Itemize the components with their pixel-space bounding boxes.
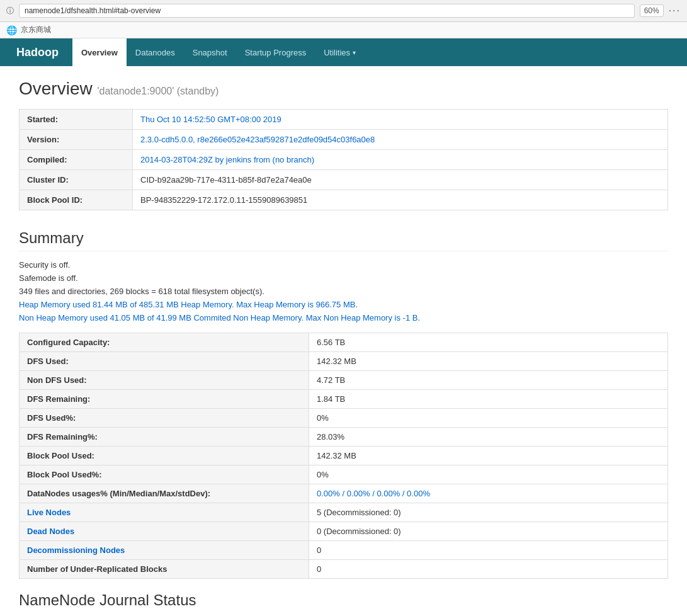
stats-row-decommissioning: Decommissioning Nodes 0	[20, 541, 668, 560]
nav-utilities[interactable]: Utilities ▾	[315, 38, 365, 66]
stats-row: Configured Capacity: 6.56 TB	[20, 333, 668, 352]
stats-row: DFS Remaining%: 28.03%	[20, 428, 668, 447]
info-value: CID-b92aa29b-717e-4311-b85f-8d7e2a74ea0e	[133, 170, 668, 190]
stats-label-under-replicated: Number of Under-Replicated Blocks	[20, 560, 309, 579]
zoom-level: 60%	[640, 4, 664, 17]
page-title: Overview 'datanode1:9000' (standby)	[19, 79, 668, 99]
stats-value-datanodes-usages: 0.00% / 0.00% / 0.00% / 0.00%	[309, 484, 668, 503]
stats-row: Block Pool Used: 142.32 MB	[20, 447, 668, 465]
stats-value: 142.32 MB	[309, 447, 668, 465]
stats-table: Configured Capacity: 6.56 TB DFS Used: 1…	[19, 333, 668, 579]
stats-label-live-nodes[interactable]: Live Nodes	[20, 503, 309, 522]
stats-label: DataNodes usages% (Min/Median/Max/stdDev…	[20, 484, 309, 503]
info-value: 2.3.0-cdh5.0.0, r8e266e052e423af592871e2…	[133, 130, 668, 150]
menu-dots[interactable]: ···	[669, 5, 681, 16]
stats-value: 6.56 TB	[309, 333, 668, 352]
page-content: Overview 'datanode1:9000' (standby) Star…	[0, 66, 687, 616]
nav-snapshot[interactable]: Snapshot	[184, 38, 236, 66]
stats-label: Block Pool Used:	[20, 447, 309, 465]
table-row: Compiled: 2014-03-28T04:29Z by jenkins f…	[20, 150, 668, 170]
info-label: Started:	[20, 110, 133, 130]
stats-row: Block Pool Used%: 0%	[20, 465, 668, 484]
info-value: Thu Oct 10 14:52:50 GMT+08:00 2019	[133, 110, 668, 130]
favorite-label[interactable]: 京东商城	[21, 25, 51, 35]
globe-icon: 🌐	[6, 25, 17, 35]
info-value: 2014-03-28T04:29Z by jenkins from (no br…	[133, 150, 668, 170]
url-bar[interactable]	[19, 4, 635, 18]
stats-label: Non DFS Used:	[20, 371, 309, 390]
stats-value: 0%	[309, 465, 668, 484]
stats-value: 4.72 TB	[309, 371, 668, 390]
stats-value: 142.32 MB	[309, 352, 668, 371]
browser-chrome: ⓘ 60% ···	[0, 0, 687, 22]
summary-text-files: 349 files and directories, 269 blocks = …	[19, 287, 668, 296]
stats-label: Block Pool Used%:	[20, 465, 309, 484]
summary-texts: Security is off. Safemode is off. 349 fi…	[19, 260, 668, 322]
table-row: Cluster ID: CID-b92aa29b-717e-4311-b85f-…	[20, 170, 668, 190]
stats-value-live-nodes: 5 (Decommissioned: 0)	[309, 503, 668, 522]
stats-row: DFS Used%: 0%	[20, 409, 668, 428]
stats-label: DFS Remaining%:	[20, 428, 309, 447]
stats-value-under-replicated: 0	[309, 560, 668, 579]
stats-row: DFS Remaining: 1.84 TB	[20, 390, 668, 409]
stats-value-decommissioning: 0	[309, 541, 668, 560]
table-row: Block Pool ID: BP-948352229-172.172.0.11…	[20, 190, 668, 210]
journal-title: NameNode Journal Status	[19, 591, 668, 609]
nav-overview[interactable]: Overview	[72, 38, 127, 66]
summary-text-security: Security is off.	[19, 260, 668, 270]
stats-row-dead-nodes: Dead Nodes 0 (Decommissioned: 0)	[20, 522, 668, 541]
info-value: BP-948352229-172.172.0.11-1559089639851	[133, 190, 668, 210]
nav-datanodes[interactable]: Datanodes	[127, 38, 184, 66]
utilities-dropdown-arrow: ▾	[353, 49, 356, 56]
favorites-bar: 🌐 京东商城	[0, 22, 687, 38]
stats-row-live-nodes: Live Nodes 5 (Decommissioned: 0)	[20, 503, 668, 522]
stats-value: 0%	[309, 409, 668, 428]
summary-title: Summary	[19, 229, 668, 251]
security-icon: ⓘ	[6, 6, 14, 16]
main-navbar: Hadoop Overview Datanodes Snapshot Start…	[0, 38, 687, 66]
overview-subtitle: 'datanode1:9000' (standby)	[97, 86, 219, 96]
nav-startup-progress[interactable]: Startup Progress	[236, 38, 315, 66]
stats-label: Configured Capacity:	[20, 333, 309, 352]
info-label: Compiled:	[20, 150, 133, 170]
stats-row: DFS Used: 142.32 MB	[20, 352, 668, 371]
stats-label: DFS Used%:	[20, 409, 309, 428]
summary-text-heap: Heap Memory used 81.44 MB of 485.31 MB H…	[19, 300, 668, 309]
stats-row: DataNodes usages% (Min/Median/Max/stdDev…	[20, 484, 668, 503]
brand-logo: Hadoop	[6, 46, 69, 59]
info-table: Started: Thu Oct 10 14:52:50 GMT+08:00 2…	[19, 109, 668, 210]
stats-label: DFS Remaining:	[20, 390, 309, 409]
stats-label-dead-nodes[interactable]: Dead Nodes	[20, 522, 309, 541]
stats-label: DFS Used:	[20, 352, 309, 371]
info-label: Version:	[20, 130, 133, 150]
stats-label-decommissioning[interactable]: Decommissioning Nodes	[20, 541, 309, 560]
info-label: Block Pool ID:	[20, 190, 133, 210]
stats-value-dead-nodes: 0 (Decommissioned: 0)	[309, 522, 668, 541]
stats-value: 28.03%	[309, 428, 668, 447]
stats-row-under-replicated: Number of Under-Replicated Blocks 0	[20, 560, 668, 579]
stats-row: Non DFS Used: 4.72 TB	[20, 371, 668, 390]
summary-text-nonheap: Non Heap Memory used 41.05 MB of 41.99 M…	[19, 313, 668, 322]
info-label: Cluster ID:	[20, 170, 133, 190]
summary-text-safemode: Safemode is off.	[19, 273, 668, 283]
table-row: Version: 2.3.0-cdh5.0.0, r8e266e052e423a…	[20, 130, 668, 150]
table-row: Started: Thu Oct 10 14:52:50 GMT+08:00 2…	[20, 110, 668, 130]
stats-value: 1.84 TB	[309, 390, 668, 409]
